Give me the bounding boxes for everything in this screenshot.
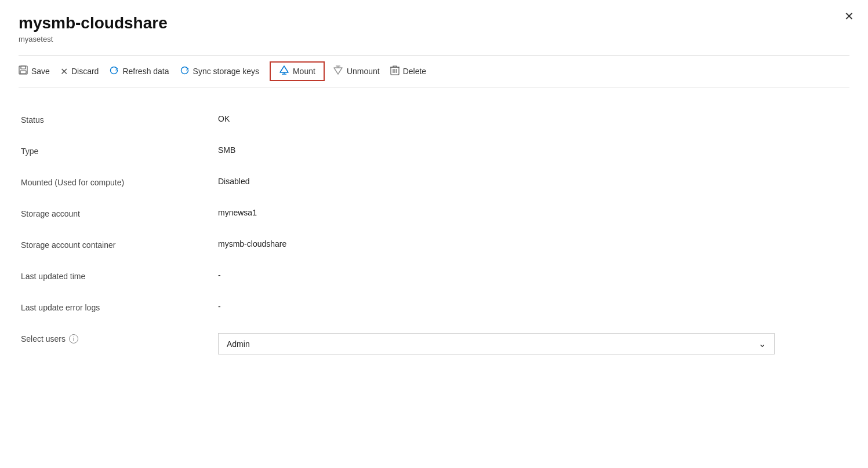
discard-icon: ✕ (60, 66, 68, 77)
fields-section: Status OK Type SMB Mounted (Used for com… (19, 104, 849, 365)
discard-button[interactable]: ✕ Discard (60, 64, 109, 79)
field-label-status: Status (21, 114, 218, 125)
delete-icon (390, 65, 400, 78)
svg-rect-2 (20, 71, 26, 74)
field-label-error-logs: Last update error logs (21, 302, 218, 312)
save-icon (19, 65, 28, 77)
field-value-status: OK (218, 114, 849, 123)
field-row-error-logs: Last update error logs - (21, 291, 849, 323)
page-subtitle: myasetest (19, 35, 849, 43)
field-value-mounted: Disabled (218, 177, 849, 186)
field-value-error-logs: - (218, 302, 849, 311)
toolbar: Save ✕ Discard Refresh data (19, 55, 849, 87)
info-icon: i (69, 334, 78, 343)
page-title: mysmb-cloudshare (19, 14, 849, 32)
field-row-storage-container: Storage account container mysmb-cloudsha… (21, 229, 849, 260)
unmount-icon (333, 65, 343, 78)
field-label-select-users: Select users i (21, 333, 218, 343)
refresh-button[interactable]: Refresh data (109, 63, 179, 80)
field-label-mounted: Mounted (Used for compute) (21, 177, 218, 187)
mount-icon (279, 65, 289, 78)
chevron-down-icon: ⌄ (758, 338, 766, 349)
field-value-select-users: Admin ⌄ (218, 333, 849, 354)
svg-marker-3 (280, 66, 288, 72)
delete-button[interactable]: Delete (390, 63, 437, 80)
svg-marker-6 (334, 68, 342, 74)
select-users-dropdown[interactable]: Admin ⌄ (218, 333, 775, 354)
field-row-last-updated: Last updated time - (21, 260, 849, 291)
close-button[interactable]: ✕ (844, 10, 854, 22)
field-value-storage-container: mysmb-cloudshare (218, 239, 849, 248)
mount-button[interactable]: Mount (270, 61, 325, 81)
panel: ✕ mysmb-cloudshare myasetest Save ✕ Disc… (0, 0, 868, 468)
field-row-select-users: Select users i Admin ⌄ (21, 323, 849, 365)
svg-rect-1 (21, 66, 26, 69)
field-row-status: Status OK (21, 104, 849, 135)
field-label-last-updated: Last updated time (21, 270, 218, 281)
field-row-storage-account: Storage account mynewsa1 (21, 198, 849, 229)
field-value-type: SMB (218, 145, 849, 155)
refresh-icon (109, 65, 119, 78)
field-label-storage-account: Storage account (21, 208, 218, 218)
field-value-last-updated: - (218, 270, 849, 280)
field-label-type: Type (21, 145, 218, 156)
sync-icon (180, 65, 190, 78)
save-button[interactable]: Save (19, 63, 60, 79)
field-row-type: Type SMB (21, 135, 849, 166)
sync-button[interactable]: Sync storage keys (180, 63, 270, 80)
field-value-storage-account: mynewsa1 (218, 208, 849, 217)
field-label-storage-container: Storage account container (21, 239, 218, 250)
select-users-value: Admin (227, 339, 250, 349)
unmount-button[interactable]: Unmount (333, 63, 390, 80)
field-row-mounted: Mounted (Used for compute) Disabled (21, 166, 849, 198)
